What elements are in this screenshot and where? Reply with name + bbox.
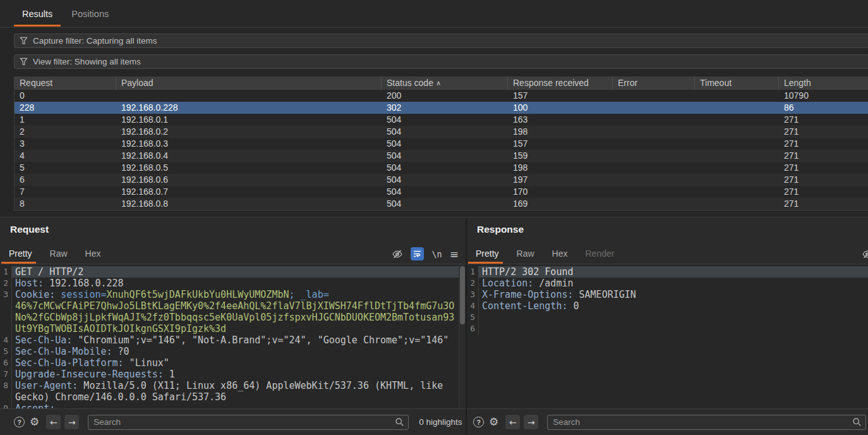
response-tab-hex[interactable]: Hex bbox=[543, 243, 577, 264]
table-row[interactable]: 1192.168.0.1504163271 bbox=[15, 114, 868, 126]
table-cell: 192.168.0.2 bbox=[116, 126, 382, 138]
column-header-error[interactable]: Error bbox=[613, 77, 695, 90]
request-tab-raw[interactable]: Raw bbox=[41, 243, 76, 264]
table-row[interactable]: 7192.168.0.7504170271 bbox=[15, 186, 868, 198]
results-table-body: 020015710790228192.168.0.228302100861192… bbox=[15, 90, 868, 211]
table-cell: 504 bbox=[382, 138, 508, 150]
table-cell bbox=[613, 186, 695, 198]
table-cell: 192.168.0.1 bbox=[116, 114, 382, 126]
table-cell: 504 bbox=[382, 174, 508, 186]
code-line: No%2fGCbWp8jjLpkfWqAJI%2fz0Tbbqqsc5eK0Ua… bbox=[0, 312, 466, 323]
table-cell: 271 bbox=[779, 162, 868, 174]
table-row[interactable]: 2192.168.0.2504198271 bbox=[15, 126, 868, 138]
line-number: 1 bbox=[467, 266, 479, 278]
previous-match-button[interactable]: ← bbox=[505, 415, 520, 429]
request-search-toolbar: ? ⚙ ← → 0 highlights bbox=[0, 408, 466, 435]
request-editor-scrollbar[interactable] bbox=[459, 265, 466, 408]
code-line: 5 bbox=[467, 312, 868, 323]
code-line: 8User-Agent: Mozilla/5.0 (X11; Linux x86… bbox=[0, 380, 466, 391]
capture-filter-bar[interactable]: Capture filter: Capturing all items bbox=[14, 34, 868, 48]
newline-toggle-icon[interactable]: \n bbox=[431, 249, 442, 259]
next-match-button[interactable]: → bbox=[64, 415, 79, 429]
previous-match-button[interactable]: ← bbox=[46, 415, 61, 429]
table-cell: 7 bbox=[15, 186, 116, 198]
table-row[interactable]: 5192.168.0.5504198271 bbox=[15, 162, 868, 174]
line-number: 5 bbox=[0, 346, 12, 357]
table-cell bbox=[613, 174, 695, 186]
table-row[interactable]: 3192.168.0.3504157271 bbox=[15, 138, 868, 150]
table-cell: 170 bbox=[508, 186, 613, 198]
tab-results[interactable]: Results bbox=[14, 0, 61, 27]
request-editor[interactable]: 1GET / HTTP/22Host: 192.168.0.2283Cookie… bbox=[0, 265, 466, 408]
eye-off-icon[interactable] bbox=[392, 248, 403, 260]
column-header-length[interactable]: Length bbox=[779, 77, 868, 90]
table-cell: 200 bbox=[382, 90, 508, 102]
table-cell: 504 bbox=[382, 150, 508, 162]
word-wrap-icon[interactable] bbox=[411, 247, 424, 260]
line-number: 4 bbox=[467, 300, 479, 312]
column-header-payload[interactable]: Payload bbox=[116, 77, 382, 90]
response-search-input[interactable] bbox=[547, 415, 866, 430]
table-row[interactable]: 6192.168.0.6504197271 bbox=[15, 174, 868, 186]
tab-positions[interactable]: Positions bbox=[63, 0, 117, 27]
table-cell bbox=[695, 198, 779, 210]
column-header-response-received[interactable]: Response received bbox=[508, 77, 613, 90]
line-number: 9 bbox=[0, 403, 12, 408]
funnel-icon bbox=[20, 58, 28, 66]
code-line: Gecko) Chrome/146.0.0.0 Safari/537.36 bbox=[0, 391, 466, 403]
table-row[interactable]: 020015710790 bbox=[15, 90, 868, 102]
request-tab-hex[interactable]: Hex bbox=[76, 243, 110, 264]
table-cell: 157 bbox=[508, 90, 613, 102]
table-cell: 504 bbox=[382, 186, 508, 198]
help-icon[interactable]: ? bbox=[473, 417, 484, 427]
table-cell: 192.168.0.3 bbox=[116, 138, 382, 150]
table-cell bbox=[695, 102, 779, 114]
line-number: 6 bbox=[0, 357, 12, 369]
capture-filter-label: Capture filter: Capturing all items bbox=[33, 36, 157, 46]
help-icon[interactable]: ? bbox=[14, 417, 25, 427]
table-cell: 192.168.0.228 bbox=[116, 102, 382, 114]
code-line: 2Host: 192.168.0.228 bbox=[0, 278, 466, 289]
eye-off-icon[interactable] bbox=[862, 248, 868, 260]
request-tab-pretty[interactable]: Pretty bbox=[0, 243, 41, 264]
table-cell: 100 bbox=[508, 102, 613, 114]
table-cell bbox=[613, 162, 695, 174]
request-tab-bar: Pretty Raw Hex \n ≡ bbox=[0, 243, 466, 264]
request-search-input[interactable] bbox=[88, 415, 409, 430]
table-cell bbox=[695, 150, 779, 162]
table-row[interactable]: 8192.168.0.8504169271 bbox=[15, 198, 868, 210]
table-cell: 10790 bbox=[779, 90, 868, 102]
gear-icon[interactable]: ⚙ bbox=[489, 417, 498, 427]
search-icon bbox=[852, 417, 862, 427]
code-line: 6 bbox=[467, 323, 868, 334]
table-row[interactable]: 4192.168.0.4504159271 bbox=[15, 150, 868, 162]
view-filter-bar[interactable]: View filter: Showing all items bbox=[14, 54, 868, 69]
gear-icon[interactable]: ⚙ bbox=[30, 417, 39, 427]
table-cell bbox=[116, 90, 382, 102]
response-tab-pretty[interactable]: Pretty bbox=[467, 243, 508, 264]
table-cell bbox=[695, 90, 779, 102]
code-line: 4Content-Length: 0 bbox=[467, 300, 868, 312]
scrollbar-thumb[interactable] bbox=[460, 266, 465, 324]
panel-splitter[interactable] bbox=[0, 217, 868, 218]
table-cell: 271 bbox=[779, 126, 868, 138]
line-number bbox=[0, 312, 12, 323]
table-cell: 157 bbox=[508, 138, 613, 150]
code-line: 46%7cMCwCFAiPE7QhwJo5LBtKLagEMKy0%2f4eeA… bbox=[0, 300, 466, 312]
table-cell: 192.168.0.4 bbox=[116, 150, 382, 162]
table-cell: 271 bbox=[779, 174, 868, 186]
response-tab-render: Render bbox=[577, 243, 624, 264]
column-header-status-code[interactable]: Status code∧ bbox=[382, 77, 508, 90]
editor-menu-icon[interactable]: ≡ bbox=[450, 248, 459, 260]
column-header-timeout[interactable]: Timeout bbox=[695, 77, 779, 90]
response-editor[interactable]: 1HTTP/2 302 Found2Location: /admin3X-Fra… bbox=[467, 265, 868, 408]
line-number bbox=[0, 391, 12, 403]
response-tab-raw[interactable]: Raw bbox=[508, 243, 543, 264]
line-number: 1 bbox=[0, 266, 12, 278]
table-cell: 1 bbox=[15, 114, 116, 126]
table-cell: 169 bbox=[508, 198, 613, 210]
column-header-request[interactable]: Request bbox=[15, 77, 116, 90]
table-row[interactable]: 228192.168.0.22830210086 bbox=[15, 102, 868, 114]
next-match-button[interactable]: → bbox=[524, 415, 538, 429]
table-cell bbox=[695, 174, 779, 186]
